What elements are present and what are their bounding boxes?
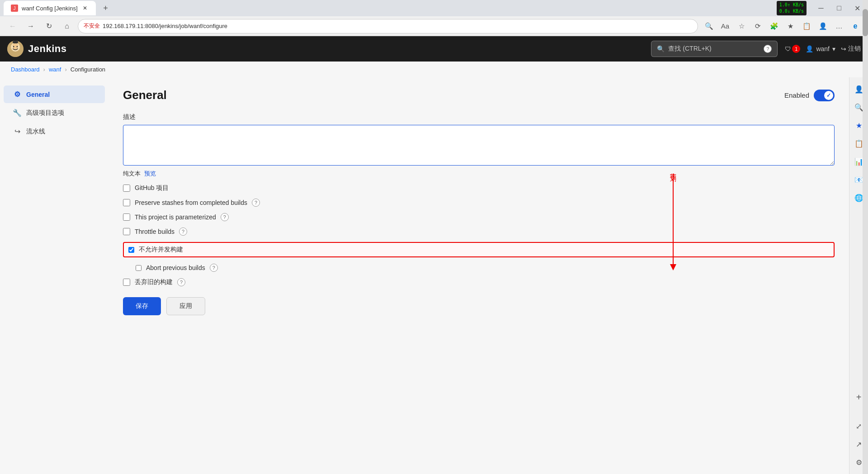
zoom-button[interactable]: 🔍 [702, 19, 716, 33]
header-actions: 🛡 1 👤 wanf ▾ ↪ 注销 [785, 45, 861, 53]
profile-button[interactable]: 👤 [816, 19, 830, 33]
throttle-builds-checkbox[interactable] [123, 228, 130, 235]
tab-label: wanf Config [Jenkins] [22, 5, 78, 12]
jenkins-logo[interactable]: Jenkins [7, 41, 66, 57]
github-label: GitHub 项目 [135, 184, 169, 192]
address-bar[interactable]: 不安全 192.168.179.11:8080/jenkins/job/wanf… [78, 19, 698, 33]
sidebar-item-pipeline[interactable]: ↪ 流水线 [4, 123, 105, 140]
security-badge[interactable]: 🛡 1 [785, 45, 800, 53]
edge-icon[interactable]: e [848, 19, 863, 33]
discard-label: 丢弃旧的构建 [135, 278, 173, 286]
content-area: General Enabled ✓ 描述 [108, 77, 849, 474]
search-icon: 🔍 [657, 45, 665, 52]
more-button[interactable]: … [832, 19, 846, 33]
maximize-button[interactable]: □ [832, 1, 846, 15]
github-checkbox[interactable] [123, 185, 130, 192]
jenkins-header: Jenkins 🔍 查找 (CTRL+K) ? 🛡 1 👤 wanf ▾ [0, 36, 868, 62]
throttle-builds-help-icon[interactable]: ? [179, 228, 187, 236]
svg-point-5 [11, 46, 13, 48]
discard-checkbox[interactable] [123, 279, 130, 286]
description-label: 描述 [123, 113, 835, 121]
chevron-down-icon: ▾ [832, 45, 835, 52]
enabled-row: Enabled ✓ [784, 90, 835, 101]
abort-help-icon[interactable]: ? [210, 264, 218, 272]
scrollbar-thumb[interactable] [863, 9, 868, 36]
discard-checkbox-row: 丢弃旧的构建 ? [123, 278, 835, 286]
reload-button[interactable]: ↻ [42, 19, 56, 33]
page: Jenkins 🔍 查找 (CTRL+K) ? 🛡 1 👤 wanf ▾ [0, 36, 868, 474]
svg-point-6 [18, 46, 19, 48]
collections-button[interactable]: 📋 [799, 19, 814, 33]
search-box[interactable]: 🔍 查找 (CTRL+K) ? [651, 41, 778, 57]
concurrent-label: 不允许并发构建 [139, 246, 183, 254]
save-button[interactable]: 保存 [123, 297, 161, 315]
preserve-stashes-checkbox-row: Preserve stashes from completed builds ? [123, 199, 835, 207]
abort-checkbox[interactable] [136, 265, 142, 271]
browser-tab[interactable]: J wanf Config [Jenkins] ✕ [4, 1, 96, 15]
favorites-button[interactable]: ★ [783, 19, 797, 33]
sidebar-item-advanced[interactable]: 🔧 高级项目选项 [4, 104, 105, 122]
gear-icon: ⚙ [13, 90, 22, 99]
preserve-stashes-label: Preserve stashes from completed builds [135, 199, 247, 206]
preview-link[interactable]: 预览 [144, 170, 156, 178]
shield-icon: 🛡 [785, 45, 791, 52]
user-menu[interactable]: 👤 wanf ▾ [806, 45, 835, 52]
wrench-icon: 🔧 [13, 109, 22, 117]
plaintext-link[interactable]: 纯文本 [123, 170, 141, 178]
github-checkbox-row: GitHub 项目 [123, 184, 835, 192]
main-content: ⚙ General 🔧 高级项目选项 ↪ 流水线 General [0, 77, 868, 474]
extensions-button[interactable]: 🧩 [767, 19, 781, 33]
parameterized-checkbox[interactable] [123, 213, 130, 221]
reader-mode-button[interactable]: Aa [718, 19, 732, 33]
parameterized-label: This project is parameterized [135, 213, 216, 221]
description-textarea[interactable] [123, 125, 835, 166]
enabled-toggle[interactable]: ✓ [814, 90, 835, 101]
apply-button[interactable]: 应用 [166, 297, 205, 315]
jenkins-avatar [7, 41, 24, 57]
back-button[interactable]: ← [5, 19, 20, 33]
home-button[interactable]: ⌂ [60, 19, 74, 33]
refresh-button[interactable]: ⟳ [750, 19, 765, 33]
alert-count-badge: 1 [792, 45, 800, 53]
user-icon: 👤 [806, 45, 813, 52]
logout-icon: ↪ [841, 45, 846, 52]
pipeline-icon: ↪ [13, 127, 22, 136]
bookmark-button[interactable]: ☆ [734, 19, 749, 33]
concurrent-checkbox-row-highlighted: 不允许并发构建 [123, 242, 835, 257]
sidebar-label-advanced: 高级项目选项 [26, 109, 64, 117]
breadcrumb-dashboard[interactable]: Dashboard [11, 66, 40, 73]
forward-button[interactable]: → [24, 19, 38, 33]
page-title-bar: General Enabled ✓ [123, 88, 835, 102]
sidebar-label-general: General [26, 91, 50, 98]
logout-button[interactable]: ↪ 注销 [841, 45, 861, 53]
form-content: 描述 纯文本 预览 GitHub 项目 Preserve stashes fro… [123, 113, 835, 315]
jenkins-title: Jenkins [28, 43, 66, 55]
breadcrumb-sep-2: › [65, 66, 66, 73]
concurrent-checkbox[interactable] [128, 247, 134, 253]
search-placeholder: 查找 (CTRL+K) [668, 45, 711, 53]
browser-toolbar: ← → ↻ ⌂ 不安全 192.168.179.11:8080/jenkins/… [0, 16, 868, 36]
abort-label: Abort previous builds [146, 264, 205, 271]
scrollbar-track [863, 0, 868, 474]
discard-help-icon[interactable]: ? [177, 278, 185, 286]
preserve-stashes-checkbox[interactable] [123, 199, 130, 206]
preserve-stashes-help-icon[interactable]: ? [252, 199, 260, 207]
search-help-icon[interactable]: ? [764, 45, 772, 53]
throttle-builds-checkbox-row: Throttle builds ? [123, 228, 835, 236]
parameterized-help-icon[interactable]: ? [221, 213, 229, 221]
new-tab-button[interactable]: + [99, 2, 112, 14]
minimize-button[interactable]: ─ [814, 1, 828, 15]
sidebar-item-general[interactable]: ⚙ General [4, 85, 105, 103]
enabled-label: Enabled [784, 91, 809, 99]
sidebar: ⚙ General 🔧 高级项目选项 ↪ 流水线 [0, 77, 108, 474]
abort-checkbox-row: Abort previous builds ? [136, 264, 835, 272]
throttle-builds-label: Throttle builds [135, 228, 175, 235]
checkmark-icon: ✓ [826, 92, 831, 99]
breadcrumb-wanf[interactable]: wanf [49, 66, 61, 73]
svg-rect-7 [13, 41, 18, 43]
sidebar-label-pipeline: 流水线 [26, 128, 45, 136]
toolbar-actions: 🔍 Aa ☆ ⟳ 🧩 ★ 📋 👤 … e [702, 19, 863, 33]
browser-titlebar: J wanf Config [Jenkins] ✕ + 1.0↑ KB/s 0.… [0, 0, 868, 16]
tab-close-button[interactable]: ✕ [81, 5, 89, 12]
text-mode-row: 纯文本 预览 [123, 170, 835, 178]
